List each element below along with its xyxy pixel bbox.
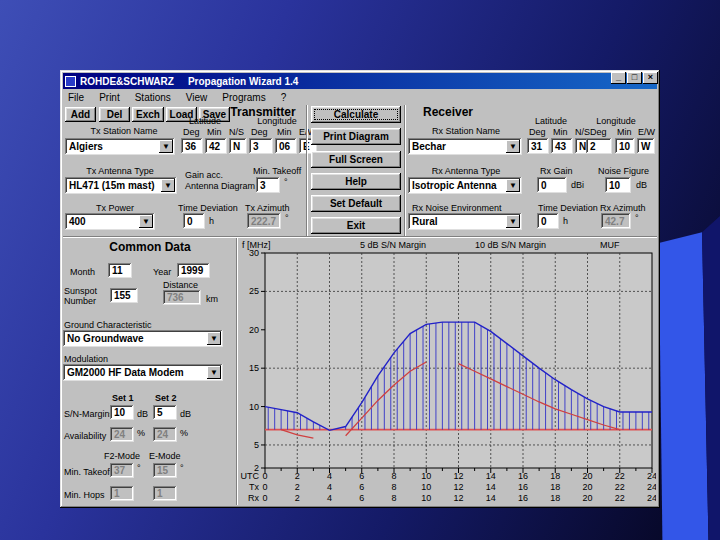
- rx-station-combo[interactable]: Bechar ▼: [408, 138, 522, 155]
- rx-azimuth-field: 42.7: [601, 213, 631, 229]
- rx-gain-field[interactable]: 0: [537, 177, 567, 193]
- svg-text:8: 8: [391, 482, 396, 492]
- min-takeoff-f2-unit: °: [137, 463, 141, 473]
- chart-ylabel: f [MHz]: [242, 240, 271, 250]
- svg-text:6: 6: [359, 471, 364, 481]
- min-takeoff-e-field: 15: [153, 463, 177, 478]
- del-button[interactable]: Del: [99, 107, 130, 122]
- sn-margins-label: S/N-Margins: [64, 409, 114, 419]
- avail-set1-unit: %: [137, 428, 145, 438]
- sn-set2-field[interactable]: 5: [153, 405, 177, 420]
- help-button[interactable]: Help: [311, 173, 401, 190]
- rx-lon-deg-field[interactable]: 2: [586, 138, 612, 154]
- common-data-heading: Common Data: [95, 242, 205, 252]
- chevron-down-icon[interactable]: ▼: [161, 179, 175, 192]
- menu-item-help[interactable]: ?: [281, 92, 287, 103]
- tx-longitude-label: Longitude: [252, 116, 302, 126]
- rx-noise-env-combo[interactable]: Rural ▼: [408, 213, 522, 230]
- set-default-button[interactable]: Set Default: [311, 195, 401, 212]
- tx-timedev-field[interactable]: 0: [183, 213, 205, 229]
- menu-item-print[interactable]: Print: [99, 92, 120, 103]
- svg-text:2: 2: [295, 482, 300, 492]
- sn-set2-unit: dB: [180, 409, 191, 419]
- sn-set1-field[interactable]: 10: [110, 405, 134, 420]
- svg-text:12: 12: [453, 493, 463, 503]
- sunspot-field[interactable]: 155: [110, 288, 138, 303]
- maximize-button[interactable]: □: [627, 72, 642, 84]
- svg-text:12: 12: [453, 471, 463, 481]
- svg-text:Tx: Tx: [249, 482, 259, 492]
- minimize-button[interactable]: _: [611, 72, 626, 84]
- modulation-combo[interactable]: GM2000 HF Data Modem ▼: [63, 364, 223, 381]
- full-screen-button[interactable]: Full Screen: [311, 151, 401, 168]
- tx-lat-min-field[interactable]: 42: [205, 138, 227, 154]
- noise-figure-label: Noise Figure: [598, 166, 649, 176]
- svg-text:10: 10: [421, 482, 431, 492]
- svg-text:20: 20: [582, 482, 592, 492]
- noise-figure-field[interactable]: 10: [605, 177, 631, 193]
- print-diagram-button[interactable]: Print Diagram: [311, 128, 401, 145]
- svg-text:22: 22: [615, 493, 625, 503]
- menu-item-file[interactable]: File: [68, 92, 84, 103]
- tx-lat-hemi-field[interactable]: N: [229, 138, 247, 154]
- exch-button[interactable]: Exch: [132, 107, 164, 122]
- calculate-button[interactable]: Calculate: [311, 106, 401, 123]
- svg-text:14: 14: [486, 471, 496, 481]
- svg-text:6: 6: [359, 493, 364, 503]
- exit-button[interactable]: Exit: [311, 217, 401, 234]
- app-title: Propagation Wizard 1.4: [188, 76, 298, 87]
- tx-takeoff-field[interactable]: 3: [256, 177, 280, 193]
- rx-lat-deg-field[interactable]: 31: [527, 138, 549, 154]
- svg-text:22: 22: [615, 482, 625, 492]
- svg-text:16: 16: [518, 493, 528, 503]
- chevron-down-icon[interactable]: ▼: [506, 179, 520, 192]
- min-takeoff-f2-field: 37: [110, 463, 134, 478]
- f2-mode-header: F2-Mode: [104, 451, 140, 461]
- add-button[interactable]: Add: [65, 107, 96, 122]
- tx-lat-min-label: Min: [207, 127, 222, 137]
- min-hops-e-field: 1: [153, 486, 177, 501]
- ground-combo[interactable]: No Groundwave ▼: [63, 330, 223, 347]
- close-button[interactable]: ×: [643, 72, 658, 84]
- rx-longitude-label: Longitude: [590, 116, 642, 126]
- chevron-down-icon[interactable]: ▼: [207, 366, 221, 379]
- svg-text:22: 22: [615, 471, 625, 481]
- rx-lon-min-field[interactable]: 10: [615, 138, 635, 154]
- chevron-down-icon[interactable]: ▼: [159, 140, 173, 153]
- tx-lon-min-field[interactable]: 06: [275, 138, 297, 154]
- chevron-down-icon[interactable]: ▼: [207, 332, 221, 345]
- app-icon: [65, 76, 76, 87]
- availability-label: Availability: [64, 431, 106, 441]
- chevron-down-icon[interactable]: ▼: [506, 140, 520, 153]
- chevron-down-icon[interactable]: ▼: [139, 215, 153, 228]
- min-hops-label: Min. Hops: [64, 490, 105, 500]
- tx-lat-deg-label: Deg: [183, 127, 200, 137]
- menu-item-programs[interactable]: Programs: [222, 92, 265, 103]
- tx-power-label: Tx Power: [85, 203, 145, 213]
- rx-lon-hemi-field[interactable]: W: [637, 138, 655, 154]
- year-label: Year: [153, 267, 171, 277]
- modulation-label: Modulation: [64, 354, 108, 364]
- set1-header: Set 1: [112, 393, 134, 403]
- tx-station-combo[interactable]: Algiers ▼: [65, 138, 175, 155]
- tx-lat-deg-field[interactable]: 36: [181, 138, 203, 154]
- tx-lon-deg-label: Deg: [251, 127, 268, 137]
- rx-noise-env-label: Rx Noise Environment: [412, 203, 502, 213]
- svg-text:18: 18: [550, 482, 560, 492]
- rx-timedev-field[interactable]: 0: [537, 213, 559, 229]
- year-field[interactable]: 1999: [177, 263, 210, 278]
- rx-lat-ns-label: N/S: [575, 127, 590, 137]
- month-field[interactable]: 11: [108, 263, 132, 278]
- menu-item-view[interactable]: View: [186, 92, 208, 103]
- tx-lon-deg-field[interactable]: 3: [249, 138, 273, 154]
- tx-power-combo[interactable]: 400 ▼: [65, 213, 155, 230]
- menu-item-stations[interactable]: Stations: [135, 92, 171, 103]
- rx-lat-min-field[interactable]: 43: [551, 138, 573, 154]
- svg-text:4: 4: [327, 493, 332, 503]
- tx-antenna-combo[interactable]: HL471 (15m mast) ▼: [65, 177, 177, 194]
- tx-azimuth-label: Tx Azimuth: [245, 203, 290, 213]
- rx-lat-min-label: Min: [553, 127, 568, 137]
- rx-antenna-combo[interactable]: Isotropic Antenna ▼: [408, 177, 522, 194]
- tx-timedev-unit: h: [209, 216, 214, 226]
- chevron-down-icon[interactable]: ▼: [506, 215, 520, 228]
